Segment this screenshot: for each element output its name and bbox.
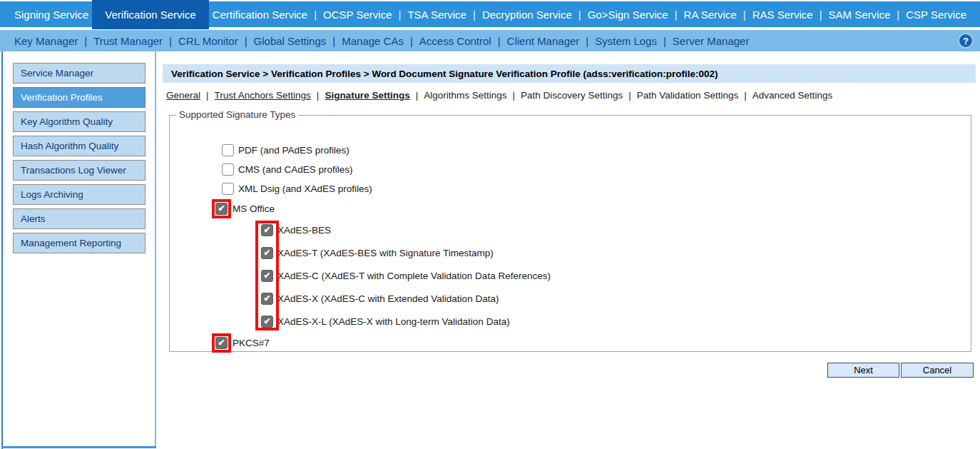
topnav-item-decryption-service[interactable]: Decryption Service — [466, 9, 572, 21]
checkmark-icon: ✔ — [263, 226, 270, 234]
topnav-item-ras-service[interactable]: RAS Service — [737, 9, 813, 21]
checkmark-icon: ✔ — [263, 271, 270, 280]
checkbox-label: CMS (and CAdES profiles) — [238, 164, 353, 175]
checkbox-xades-c-xades-t-with-complete-validation-data-references[interactable]: ✔ — [261, 270, 273, 282]
help-icon[interactable]: ? — [958, 33, 974, 49]
tab-path-discovery-settings[interactable]: Path Discovery Settings — [506, 90, 623, 101]
signature-type-row: PDF (and PAdES profiles) — [170, 141, 970, 160]
tab-advanced-settings[interactable]: Advanced Settings — [738, 90, 832, 101]
tab-label: Path Discovery Settings — [521, 90, 623, 101]
tab-label: Trust Anchors Settings — [215, 90, 311, 101]
topnav-item-ra-service[interactable]: RA Service — [668, 9, 737, 21]
checkmark-icon: ✔ — [218, 204, 225, 213]
tab-label: Path Validation Settings — [637, 90, 738, 101]
checkmark-icon: ✔ — [263, 248, 270, 257]
subnav-item-server-manager[interactable]: Server Manager — [657, 35, 749, 47]
subnav-item-access-control[interactable]: Access Control — [404, 35, 491, 47]
sidebar-item-alerts[interactable]: Alerts — [13, 208, 146, 229]
subnav-item-client-manager[interactable]: Client Manager — [491, 35, 580, 47]
signature-type-row: ✔XAdES-X (XAdES-C with Extended Validati… — [170, 287, 970, 310]
sidebar-item-logs-archiving[interactable]: Logs Archiving — [13, 184, 146, 205]
checkmark-icon: ✔ — [263, 317, 270, 326]
topnav-item-ocsp-service[interactable]: OCSP Service — [307, 9, 392, 21]
topnav-item-verification-service[interactable]: Verification Service — [92, 0, 209, 29]
tab-algorithms-settings[interactable]: Algorithms Settings — [410, 90, 507, 101]
signature-type-row: ✔XAdES-C (XAdES-T with Complete Validati… — [170, 264, 970, 287]
tab-path-validation-settings[interactable]: Path Validation Settings — [623, 90, 738, 101]
sidebar-item-key-algorithm-quality[interactable]: Key Algorithm Quality — [13, 111, 146, 132]
signature-type-row: XML Dsig (and XAdES profiles) — [170, 179, 970, 198]
checkbox-xades-x-xades-c-with-extended-validation-data[interactable]: ✔ — [261, 293, 273, 305]
checkbox-label: PDF (and PAdES profiles) — [238, 145, 349, 156]
checkbox-xades-x-l-xades-x-with-long-term-validation-data[interactable]: ✔ — [261, 316, 273, 328]
tab-general[interactable]: General — [166, 90, 200, 101]
checkmark-icon: ✔ — [218, 338, 225, 347]
annotation-box: ✔ — [212, 199, 231, 218]
subnav-item-trust-manager[interactable]: Trust Manager — [78, 35, 163, 47]
subnav-item-global-settings[interactable]: Global Settings — [238, 35, 327, 47]
signature-type-list: PDF (and PAdES profiles)CMS (and CAdES p… — [170, 141, 970, 353]
topnav-item-sam-service[interactable]: SAM Service — [813, 9, 891, 21]
service-nav: Signing ServiceVerification ServiceCerti… — [0, 1, 980, 27]
tab-label: Algorithms Settings — [424, 90, 506, 101]
checkbox-ms-office[interactable]: ✔ — [215, 203, 228, 215]
checkbox-xml-dsig-and-xades-profiles[interactable] — [222, 183, 234, 195]
checkmark-icon: ✔ — [263, 294, 270, 303]
sidebar-bottom-line — [1, 446, 156, 448]
checkbox-label: XAdES-BES — [277, 225, 331, 236]
admin-nav: Key ManagerTrust ManagerCRL MonitorGloba… — [0, 30, 980, 51]
signature-type-row: ✔PKCS#7 — [170, 333, 970, 353]
supported-signature-types-group: Supported Signature Types PDF (and PAdES… — [169, 115, 971, 352]
subnav-item-key-manager[interactable]: Key Manager — [14, 35, 78, 47]
breadcrumb: Verification Service > Verification Prof… — [163, 64, 976, 83]
sidebar-item-service-manager[interactable]: Service Manager — [13, 63, 146, 84]
checkbox-label: XAdES-X-L (XAdES-X with Long-term Valida… — [277, 316, 510, 327]
sidebar-separator-line — [155, 51, 156, 447]
subnav-item-crl-monitor[interactable]: CRL Monitor — [163, 35, 238, 47]
tab-label: Signature Settings — [325, 90, 409, 101]
tab-label: General — [166, 90, 200, 101]
checkbox-label: XAdES-X (XAdES-C with Extended Validatio… — [277, 293, 499, 304]
signature-type-row: ✔XAdES-BES — [170, 218, 970, 241]
sidebar-item-hash-algorithm-quality[interactable]: Hash Algorithm Quality — [13, 136, 146, 156]
topnav-item-csp-service[interactable]: CSP Service — [890, 9, 966, 21]
xades-subtype-group: ✔XAdES-BES✔XAdES-T (XAdES-BES with Signa… — [170, 218, 970, 333]
topnav-item-tsa-service[interactable]: TSA Service — [392, 9, 466, 21]
checkbox-label: PKCS#7 — [233, 338, 270, 348]
topnav-item-go-sign-service[interactable]: Go>Sign Service — [572, 9, 668, 21]
signature-type-row: CMS (and CAdES profiles) — [170, 160, 970, 179]
left-border-line — [1, 51, 3, 449]
tab-trust-anchors-settings[interactable]: Trust Anchors Settings — [200, 90, 311, 101]
sidebar: Service ManagerVerification ProfilesKey … — [13, 63, 146, 257]
checkbox-cms-and-cades-profiles[interactable] — [222, 163, 234, 176]
cancel-button[interactable]: Cancel — [901, 363, 974, 378]
checkbox-label: XAdES-T (XAdES-BES with Signature Timest… — [277, 248, 494, 258]
tab-signature-settings[interactable]: Signature Settings — [311, 90, 410, 101]
group-legend: Supported Signature Types — [176, 109, 298, 120]
checkbox-label: XAdES-C (XAdES-T with Complete Validatio… — [277, 271, 551, 281]
tab-label: Advanced Settings — [752, 90, 833, 101]
signature-type-row: ✔MS Office — [170, 198, 970, 218]
topnav-item-signing-service[interactable]: Signing Service — [14, 9, 88, 21]
annotation-box: ✔ — [212, 333, 231, 353]
next-button[interactable]: Next — [827, 363, 899, 378]
checkbox-label: MS Office — [233, 203, 275, 214]
signature-type-row: ✔XAdES-X-L (XAdES-X with Long-term Valid… — [170, 310, 970, 333]
checkbox-label: XML Dsig (and XAdES profiles) — [238, 183, 372, 194]
topnav-item-certification-service[interactable]: Certification Service — [213, 9, 307, 21]
sidebar-item-management-reporting[interactable]: Management Reporting — [13, 233, 146, 253]
signature-type-row: ✔XAdES-T (XAdES-BES with Signature Times… — [170, 241, 970, 264]
subnav-item-system-logs[interactable]: System Logs — [579, 35, 657, 47]
subnav-item-manage-cas[interactable]: Manage CAs — [326, 35, 404, 47]
sidebar-item-verification-profiles[interactable]: Verification Profiles — [13, 87, 146, 108]
checkbox-xades-t-xades-bes-with-signature-timestamp[interactable]: ✔ — [261, 247, 273, 259]
sidebar-item-transactions-log-viewer[interactable]: Transactions Log Viewer — [13, 160, 146, 181]
profile-tabs: GeneralTrust Anchors SettingsSignature S… — [166, 90, 832, 101]
checkbox-pkcs-7[interactable]: ✔ — [215, 337, 228, 349]
checkbox-pdf-and-pades-profiles[interactable] — [222, 144, 234, 156]
checkbox-xades-bes[interactable]: ✔ — [261, 224, 273, 236]
